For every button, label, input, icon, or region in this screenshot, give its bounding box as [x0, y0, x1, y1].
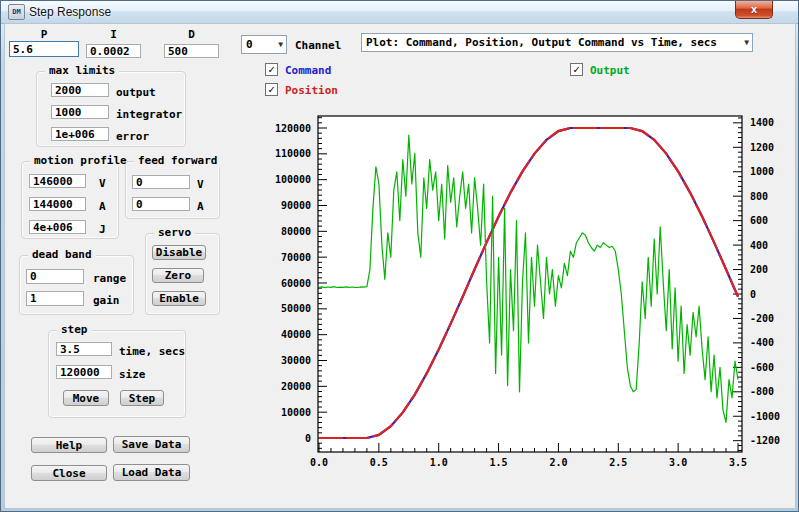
- p-input[interactable]: [9, 41, 79, 57]
- servo-title: servo: [154, 226, 195, 239]
- position-checkbox[interactable]: ✓: [265, 83, 278, 96]
- deadband-range-input[interactable]: [26, 269, 84, 284]
- step-size-input[interactable]: [56, 365, 112, 379]
- servo-zero-button[interactable]: Zero: [152, 268, 204, 283]
- step-time-input[interactable]: [56, 342, 112, 356]
- channel-value: 0: [246, 38, 253, 51]
- max-error-label: error: [116, 130, 149, 143]
- profile-jerk-input[interactable]: [29, 220, 86, 234]
- channel-label: Channel: [295, 39, 341, 52]
- step-size-label: size: [119, 368, 146, 381]
- profile-velocity-label: V: [99, 177, 106, 190]
- deadband-gain-input[interactable]: [26, 291, 84, 306]
- chevron-down-icon: ▼: [278, 40, 283, 49]
- app-icon: DM: [8, 4, 25, 20]
- ff-velocity-label: V: [197, 178, 204, 191]
- max-integrator-input[interactable]: [51, 105, 109, 119]
- output-checkbox[interactable]: ✓: [570, 63, 583, 76]
- motion-profile-title: motion profile: [30, 154, 131, 167]
- plot-mode-value: Plot: Command, Position, Output Command …: [366, 36, 717, 49]
- d-label: D: [164, 28, 219, 41]
- max-output-label: output: [116, 86, 156, 99]
- output-checkbox-label: Output: [590, 64, 630, 77]
- title-bar[interactable]: DM Step Response x: [1, 1, 798, 24]
- step-time-label: time, secs: [119, 345, 185, 358]
- max-error-input[interactable]: [51, 127, 109, 141]
- close-button[interactable]: Close: [31, 465, 107, 481]
- command-checkbox-label: Command: [285, 64, 331, 77]
- save-data-button[interactable]: Save Data: [113, 436, 190, 453]
- position-checkbox-label: Position: [285, 84, 338, 97]
- ff-velocity-input[interactable]: [132, 175, 190, 189]
- deadband-gain-label: gain: [93, 294, 120, 307]
- plot-mode-select[interactable]: Plot: Command, Position, Output Command …: [361, 33, 753, 52]
- p-label: P: [9, 28, 79, 41]
- step-title: step: [57, 323, 92, 336]
- ff-accel-label: A: [197, 200, 204, 213]
- servo-enable-button[interactable]: Enable: [152, 291, 206, 306]
- move-button[interactable]: Move: [63, 390, 109, 406]
- help-button[interactable]: Help: [31, 437, 107, 453]
- chevron-down-icon: ▼: [744, 38, 749, 47]
- feed-forward-title: feed forward: [134, 154, 221, 167]
- channel-select[interactable]: 0 ▼: [241, 35, 287, 54]
- dead-band-title: dead band: [28, 248, 96, 261]
- max-output-input[interactable]: [51, 83, 109, 97]
- i-input[interactable]: [86, 44, 141, 58]
- servo-disable-button[interactable]: Disable: [152, 245, 206, 260]
- window-title: Step Response: [29, 5, 111, 19]
- i-label: I: [86, 28, 141, 41]
- load-data-button[interactable]: Load Data: [113, 464, 190, 481]
- step-response-window: DM Step Response x P I D 0 ▼ Channel Plo…: [0, 0, 799, 512]
- close-icon[interactable]: x: [735, 1, 773, 19]
- max-integrator-label: integrator: [116, 108, 182, 121]
- d-input[interactable]: [164, 44, 219, 58]
- profile-jerk-label: J: [99, 223, 106, 236]
- ff-accel-input[interactable]: [132, 197, 190, 211]
- max-limits-title: max limits: [45, 64, 119, 77]
- profile-accel-input[interactable]: [29, 197, 86, 211]
- profile-accel-label: A: [99, 200, 106, 213]
- profile-velocity-input[interactable]: [29, 174, 86, 188]
- step-button[interactable]: Step: [120, 390, 164, 406]
- command-checkbox[interactable]: ✓: [265, 63, 278, 76]
- deadband-range-label: range: [93, 272, 126, 285]
